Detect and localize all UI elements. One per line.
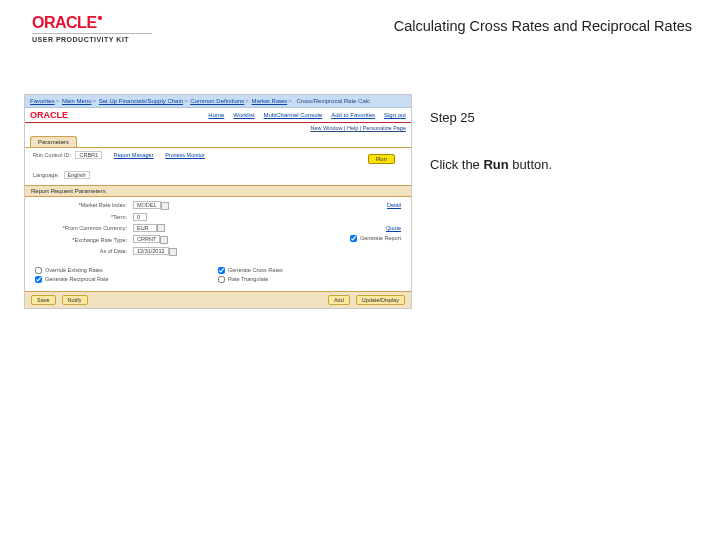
notify-button[interactable]: Notify	[62, 295, 88, 305]
section-title: Report Request Parameters	[25, 185, 411, 197]
step-label: Step 25	[430, 110, 690, 125]
window-links: New Window | Help | Personalize Page	[25, 123, 411, 133]
crumb-current: Cross/Reciprocal Rate Calc	[296, 98, 370, 104]
rate-triangulate-checkbox[interactable]	[218, 276, 225, 283]
step-body: Click the Run button.	[430, 157, 690, 172]
generate-cross-label: Generate Cross Rates	[228, 267, 283, 273]
market-rate-index-input[interactable]: MODEL	[133, 201, 161, 209]
crumb-main-menu[interactable]: Main Menu	[62, 98, 92, 104]
update-display-button[interactable]: Update/Display	[356, 295, 405, 305]
link-quote[interactable]: Quote	[386, 225, 401, 231]
lookup-icon[interactable]	[161, 202, 169, 210]
calendar-icon[interactable]	[169, 248, 177, 256]
rate-triangulate-label: Rate Triangulate	[228, 276, 268, 282]
from-cur-label: *From Common Currency:	[35, 225, 133, 231]
oracle-dot: •	[98, 10, 103, 26]
run-control-id-label: Run Control ID:	[33, 152, 71, 158]
link-report-manager[interactable]: Report Manager	[114, 152, 154, 158]
link-process-monitor[interactable]: Process Monitor	[165, 152, 205, 158]
crumb-common-def[interactable]: Common Definitions	[190, 98, 244, 104]
save-button[interactable]: Save	[31, 295, 56, 305]
crumb-market-rates[interactable]: Market Rates	[252, 98, 288, 104]
term-input[interactable]: 0	[133, 213, 147, 221]
generate-reciprocal-label: Generate Reciprocal Rate	[45, 276, 109, 282]
run-button[interactable]: Run	[368, 154, 395, 164]
term-label: *Term:	[35, 214, 133, 220]
breadcrumb: Favorites> Main Menu> Set Up Financials/…	[25, 95, 411, 108]
upk-subtitle: USER PRODUCTIVITY KIT	[32, 33, 152, 43]
oracle-upk-logo: ORACLE • USER PRODUCTIVITY KIT	[32, 14, 152, 43]
tab-parameters[interactable]: Parameters	[30, 136, 77, 147]
generate-report-label: Generate Report	[360, 235, 401, 241]
language-label: Language:	[33, 172, 59, 178]
link-window-help[interactable]: New Window | Help | Personalize Page	[311, 125, 407, 131]
step-body-pre: Click the	[430, 157, 483, 172]
exch-rate-label: *Exchange Rate Type:	[35, 237, 133, 243]
generate-reciprocal-checkbox[interactable]	[35, 276, 42, 283]
step-body-post: button.	[509, 157, 552, 172]
link-detail[interactable]: Detail	[387, 202, 401, 208]
menu-signout[interactable]: Sign out	[384, 112, 406, 118]
market-rate-index-label: *Market Rate Index:	[35, 202, 133, 208]
from-cur-input[interactable]: EUR	[133, 224, 157, 232]
menu-mcc[interactable]: MultiChannel Console	[264, 112, 323, 118]
lookup-icon[interactable]	[160, 236, 168, 244]
generate-report-checkbox[interactable]	[350, 235, 357, 242]
exch-rate-input[interactable]: CRRNT	[133, 235, 160, 243]
lookup-icon[interactable]	[157, 224, 165, 232]
override-label: Override Existing Rates	[45, 267, 103, 273]
step-body-strong: Run	[483, 157, 508, 172]
as-of-date-input[interactable]: 12/31/2012	[133, 247, 169, 255]
embedded-screenshot: Favorites> Main Menu> Set Up Financials/…	[24, 94, 412, 309]
crumb-favorites[interactable]: Favorites	[30, 98, 55, 104]
oracle-mini-logo: ORACLE	[30, 110, 68, 120]
as-of-date-label: As of Date:	[35, 248, 133, 254]
oracle-word: ORACLE	[32, 14, 97, 32]
menu-home[interactable]: Home	[208, 112, 224, 118]
add-button[interactable]: Add	[328, 295, 350, 305]
page-title: Calculating Cross Rates and Reciprocal R…	[394, 18, 692, 34]
language-value[interactable]: English	[64, 171, 90, 179]
run-control-row: Run Control ID: CRBR1 Report Manager Pro…	[25, 148, 411, 168]
generate-cross-checkbox[interactable]	[218, 267, 225, 274]
menu-add-fav[interactable]: Add to Favorites	[331, 112, 375, 118]
override-checkbox[interactable]	[35, 267, 42, 274]
run-control-id-value: CRBR1	[75, 151, 102, 159]
crumb-setup-fin[interactable]: Set Up Financials/Supply Chain	[99, 98, 183, 104]
menu-worklist[interactable]: Worklist	[233, 112, 254, 118]
